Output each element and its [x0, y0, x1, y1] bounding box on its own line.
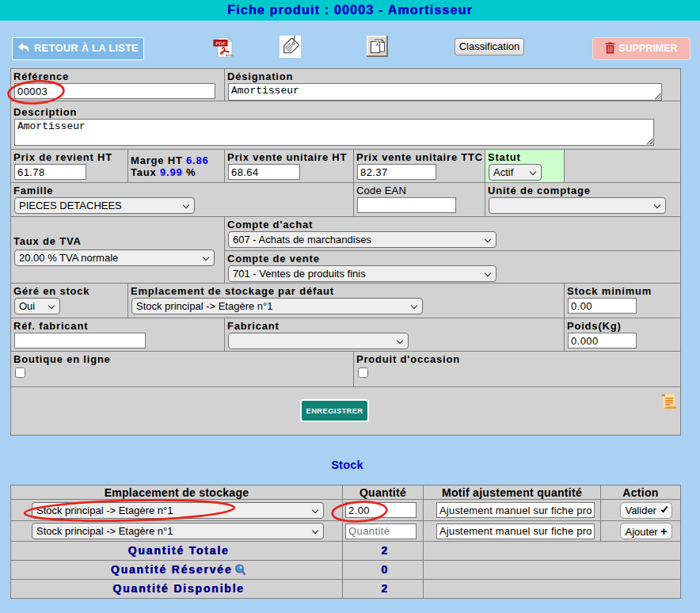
- svg-text:Adobe: Adobe: [226, 53, 234, 57]
- svg-text:PDF: PDF: [216, 41, 226, 46]
